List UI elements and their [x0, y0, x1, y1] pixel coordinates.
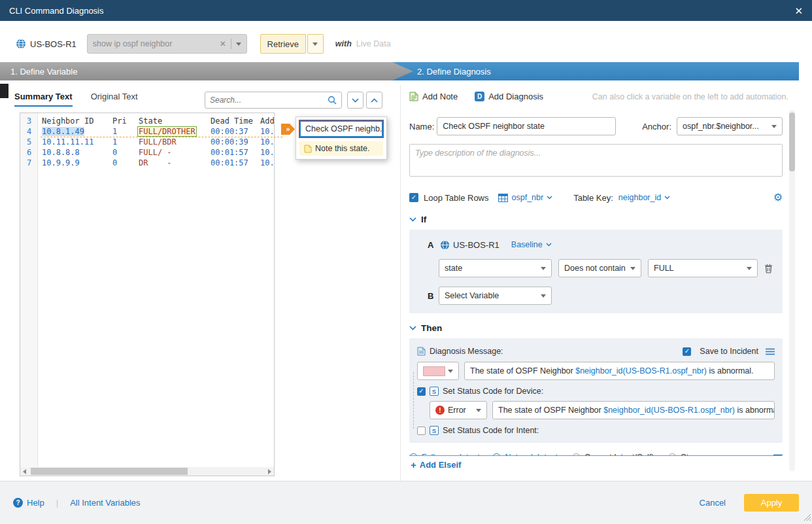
- cancel-button[interactable]: Cancel: [700, 498, 726, 508]
- device-status-message-input[interactable]: The state of OSPF Neighbor $neighbor_id(…: [492, 401, 775, 419]
- baseline-select[interactable]: Baseline: [511, 240, 552, 249]
- all-intent-variables-link[interactable]: All Intent Variables: [70, 498, 140, 508]
- left-tabs: Summary Text Original Text: [14, 92, 138, 107]
- neighbor-id-cell[interactable]: 10.9.9.9: [42, 158, 112, 168]
- pri-cell[interactable]: 1: [112, 126, 139, 137]
- select-variable-select[interactable]: Select Variable: [439, 287, 552, 305]
- addr-cell[interactable]: 10.8: [260, 137, 274, 147]
- save-to-incident-label: Save to Incident: [700, 347, 758, 356]
- retrieve-button[interactable]: Retrieve: [260, 34, 306, 54]
- close-icon[interactable]: ✕: [794, 6, 803, 16]
- diagnosis-message-label: Diagnosis Message:: [430, 347, 503, 356]
- pri-cell[interactable]: 1: [112, 137, 139, 147]
- intent-status-label: Set Status Code for Intent:: [443, 426, 539, 435]
- addr-cell[interactable]: 10.9: [260, 158, 274, 168]
- addr-cell[interactable]: 10.8: [260, 126, 274, 137]
- h-scrollbar[interactable]: [20, 467, 274, 476]
- neighbor-id-cell[interactable]: 10.8.8.8: [42, 147, 112, 158]
- state-header: State: [139, 116, 211, 126]
- add-elseif-button[interactable]: + Add Elseif: [411, 460, 461, 470]
- pri-cell[interactable]: 0: [112, 158, 139, 168]
- then-section-toggle[interactable]: Then: [409, 321, 783, 334]
- search-icon[interactable]: [328, 96, 337, 105]
- row-link-dashed-line: [41, 137, 282, 137]
- command-select[interactable]: show ip ospf neighbor ✕: [87, 34, 247, 54]
- diagnosis-message-input[interactable]: The state of OSPF Neighbor $neighbor_id(…: [464, 362, 775, 380]
- find-previous-button[interactable]: [366, 92, 382, 109]
- loop-table-rows-row: ✓ Loop Table Rows ospf_nbr Table Key: ne…: [409, 190, 783, 205]
- chevron-down-icon[interactable]: [236, 43, 241, 46]
- help-link[interactable]: Help: [27, 498, 44, 508]
- dead-time-cell[interactable]: 00:01:57: [211, 158, 260, 168]
- v-scrollbar[interactable]: [789, 110, 795, 471]
- chevron-down-icon: [541, 267, 546, 270]
- description-textarea[interactable]: [409, 144, 783, 177]
- retrieve-dropdown-button[interactable]: [307, 34, 324, 54]
- dead-time-cell[interactable]: 00:00:39: [211, 137, 260, 147]
- step-define-diagnosis[interactable]: 2. Define Diagnosis: [391, 62, 799, 80]
- device-message-text: The state of OSPF Neighbor: [498, 406, 603, 415]
- device-message-suffix: is abnorma: [735, 406, 775, 415]
- line-number: 4: [20, 126, 38, 137]
- state-cell[interactable]: DR -: [139, 158, 211, 168]
- search-box[interactable]: [205, 92, 342, 109]
- popup-item-note[interactable]: Note this state.: [299, 141, 383, 156]
- loop-table-select[interactable]: ospf_nbr: [512, 193, 553, 202]
- condition-device-name: US-BOS-R1: [453, 240, 499, 250]
- selected-variable[interactable]: 10.8.1.49: [42, 127, 84, 136]
- h-scroll-thumb[interactable]: [31, 468, 188, 475]
- table-key-select[interactable]: neighbor_id: [618, 193, 670, 202]
- error-severity-value: Error: [448, 406, 466, 415]
- delete-condition-icon[interactable]: [764, 264, 773, 273]
- save-to-incident-checkbox[interactable]: ✓: [683, 347, 691, 356]
- dead-time-cell[interactable]: 00:01:57: [211, 147, 260, 158]
- highlighted-variable[interactable]: FULL/DROTHER: [137, 126, 197, 137]
- apply-button[interactable]: Apply: [744, 494, 799, 512]
- condition-variable-select[interactable]: state: [439, 259, 552, 277]
- v-scroll-thumb[interactable]: [789, 113, 795, 171]
- add-note-icon: [409, 92, 418, 101]
- if-section-toggle[interactable]: If: [409, 213, 783, 226]
- chevron-up-icon: [371, 98, 378, 103]
- panel-handle[interactable]: [0, 84, 8, 98]
- clear-icon[interactable]: ✕: [220, 39, 226, 48]
- diagnosis-form: Name: Anchor: ospf_nbr.$neighbor... ✓ Lo…: [409, 110, 783, 455]
- tab-original-text[interactable]: Original Text: [91, 92, 138, 107]
- device-status-row: ✓ S Set Status Code for Device:: [417, 385, 775, 397]
- device-status-checkbox[interactable]: ✓: [417, 387, 426, 396]
- add-diagnosis-label: Add Diagnosis: [488, 92, 543, 101]
- addr-cell[interactable]: 10.9: [260, 147, 274, 158]
- scroll-right-arrow[interactable]: [265, 467, 274, 476]
- condition-value-value: FULL: [654, 264, 674, 273]
- code-editor[interactable]: 3 Neighbor ID Pri State Dead Time Addr 4…: [20, 113, 275, 476]
- step-define-variable[interactable]: 1. Define Variable: [0, 62, 413, 80]
- pri-cell[interactable]: 0: [112, 147, 139, 158]
- intent-status-checkbox[interactable]: [417, 427, 426, 435]
- condition-value-select[interactable]: FULL: [648, 259, 758, 277]
- state-cell[interactable]: FULL/BDR: [139, 137, 211, 147]
- state-cell[interactable]: FULL/ -: [139, 147, 211, 158]
- neighbor-id-cell[interactable]: 10.11.11.11: [42, 137, 112, 147]
- resize-grip[interactable]: [802, 512, 811, 523]
- error-severity-select[interactable]: ! Error: [430, 401, 487, 419]
- tab-summary-text[interactable]: Summary Text: [14, 92, 73, 107]
- name-input[interactable]: [437, 117, 616, 135]
- chevron-down-icon: [771, 125, 777, 128]
- footer-divider: |: [56, 498, 58, 508]
- anchor-select[interactable]: ospf_nbr.$neighbor...: [677, 117, 783, 135]
- loop-table-rows-checkbox[interactable]: ✓: [409, 193, 418, 202]
- scroll-left-arrow[interactable]: [20, 467, 29, 476]
- popup-item-check-ospf[interactable]: Check OSPF neighb...: [299, 120, 383, 137]
- add-note-button[interactable]: Add Note: [409, 92, 458, 101]
- dead-time-cell[interactable]: 00:00:37: [211, 126, 260, 137]
- message-color-select[interactable]: [417, 362, 459, 380]
- chevron-down-icon: [541, 294, 546, 298]
- add-diagnosis-button[interactable]: D Add Diagnosis: [475, 92, 543, 101]
- message-menu-icon[interactable]: [766, 348, 775, 355]
- condition-operator-select[interactable]: Does not contain: [558, 259, 641, 277]
- name-label: Name:: [409, 122, 434, 131]
- search-input[interactable]: [210, 96, 328, 105]
- find-next-button[interactable]: [347, 92, 364, 109]
- help-icon[interactable]: ?: [13, 498, 23, 508]
- settings-gear-icon[interactable]: ⚙: [773, 192, 783, 203]
